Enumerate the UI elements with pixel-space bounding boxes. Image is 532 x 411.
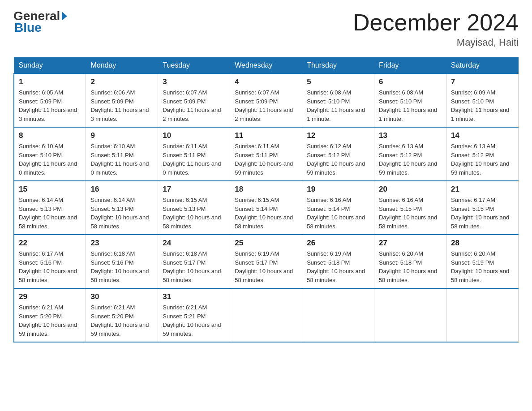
day-info: Sunrise: 6:06 AMSunset: 5:09 PMDaylight:… [90,88,153,123]
calendar-cell: 28Sunrise: 6:20 AMSunset: 5:19 PMDayligh… [446,235,519,288]
header-day-saturday: Saturday [446,58,519,74]
calendar-cell: 2Sunrise: 6:06 AMSunset: 5:09 PMDaylight… [86,73,158,127]
calendar-cell: 7Sunrise: 6:09 AMSunset: 5:10 PMDaylight… [446,73,519,127]
calendar-cell: 15Sunrise: 6:14 AMSunset: 5:13 PMDayligh… [14,181,86,235]
day-info: Sunrise: 6:08 AMSunset: 5:10 PMDaylight:… [307,88,369,123]
day-info: Sunrise: 6:20 AMSunset: 5:19 PMDaylight:… [451,249,514,284]
calendar-cell [302,288,374,342]
calendar-cell: 14Sunrise: 6:13 AMSunset: 5:12 PMDayligh… [446,127,519,181]
day-info: Sunrise: 6:08 AMSunset: 5:10 PMDaylight:… [379,88,442,123]
calendar-cell: 18Sunrise: 6:15 AMSunset: 5:14 PMDayligh… [230,181,302,235]
day-number: 9 [90,131,153,140]
calendar-cell: 4Sunrise: 6:07 AMSunset: 5:09 PMDaylight… [230,73,302,127]
day-number: 11 [235,131,297,140]
day-info: Sunrise: 6:21 AMSunset: 5:21 PMDaylight:… [163,303,225,338]
day-number: 21 [451,185,514,194]
day-number: 12 [307,131,369,140]
header-day-monday: Monday [86,58,158,74]
calendar-cell: 30Sunrise: 6:21 AMSunset: 5:20 PMDayligh… [86,288,158,342]
page-header: General Blue December 2024 Mayisad, Hait… [13,9,519,48]
calendar-cell: 8Sunrise: 6:10 AMSunset: 5:10 PMDaylight… [14,127,86,181]
week-row-3: 15Sunrise: 6:14 AMSunset: 5:13 PMDayligh… [14,181,519,235]
day-info: Sunrise: 6:11 AMSunset: 5:11 PMDaylight:… [235,142,297,177]
day-info: Sunrise: 6:17 AMSunset: 5:15 PMDaylight:… [451,196,514,231]
day-number: 18 [235,185,297,194]
calendar-cell: 31Sunrise: 6:21 AMSunset: 5:21 PMDayligh… [158,288,230,342]
day-info: Sunrise: 6:16 AMSunset: 5:15 PMDaylight:… [379,196,442,231]
calendar-cell: 27Sunrise: 6:20 AMSunset: 5:18 PMDayligh… [374,235,446,288]
month-title: December 2024 [353,9,519,36]
day-info: Sunrise: 6:12 AMSunset: 5:12 PMDaylight:… [307,142,369,177]
day-number: 7 [451,77,514,86]
calendar-cell [446,288,519,342]
day-number: 19 [307,185,369,194]
day-number: 3 [163,77,225,86]
day-number: 14 [451,131,514,140]
calendar-table: SundayMondayTuesdayWednesdayThursdayFrid… [13,57,519,342]
day-number: 23 [90,239,153,248]
day-number: 1 [19,77,81,86]
calendar-cell: 9Sunrise: 6:10 AMSunset: 5:11 PMDaylight… [86,127,158,181]
calendar-cell: 26Sunrise: 6:19 AMSunset: 5:18 PMDayligh… [302,235,374,288]
calendar-cell: 12Sunrise: 6:12 AMSunset: 5:12 PMDayligh… [302,127,374,181]
day-number: 28 [451,239,514,248]
day-info: Sunrise: 6:15 AMSunset: 5:13 PMDaylight:… [163,196,225,231]
calendar-cell: 11Sunrise: 6:11 AMSunset: 5:11 PMDayligh… [230,127,302,181]
week-row-5: 29Sunrise: 6:21 AMSunset: 5:20 PMDayligh… [14,288,519,342]
day-number: 24 [163,239,225,248]
calendar-cell [374,288,446,342]
day-info: Sunrise: 6:21 AMSunset: 5:20 PMDaylight:… [19,303,81,338]
day-number: 15 [19,185,81,194]
header-row: SundayMondayTuesdayWednesdayThursdayFrid… [14,58,519,74]
day-info: Sunrise: 6:17 AMSunset: 5:16 PMDaylight:… [19,249,81,284]
calendar-header: SundayMondayTuesdayWednesdayThursdayFrid… [14,58,519,74]
header-day-thursday: Thursday [302,58,374,74]
week-row-1: 1Sunrise: 6:05 AMSunset: 5:09 PMDaylight… [14,73,519,127]
calendar-cell: 1Sunrise: 6:05 AMSunset: 5:09 PMDaylight… [14,73,86,127]
day-number: 8 [19,131,81,140]
day-info: Sunrise: 6:14 AMSunset: 5:13 PMDaylight:… [19,196,81,231]
day-number: 4 [235,77,297,86]
title-section: December 2024 Mayisad, Haiti [353,9,519,48]
day-info: Sunrise: 6:19 AMSunset: 5:17 PMDaylight:… [235,249,297,284]
day-number: 10 [163,131,225,140]
day-number: 20 [379,185,442,194]
location-label: Mayisad, Haiti [353,37,519,48]
day-info: Sunrise: 6:16 AMSunset: 5:14 PMDaylight:… [307,196,369,231]
day-info: Sunrise: 6:14 AMSunset: 5:13 PMDaylight:… [90,196,153,231]
calendar-cell [230,288,302,342]
day-info: Sunrise: 6:09 AMSunset: 5:10 PMDaylight:… [451,88,514,123]
day-info: Sunrise: 6:18 AMSunset: 5:16 PMDaylight:… [90,249,153,284]
day-number: 31 [163,292,225,301]
day-info: Sunrise: 6:10 AMSunset: 5:10 PMDaylight:… [19,142,81,177]
day-number: 29 [19,292,81,301]
day-info: Sunrise: 6:11 AMSunset: 5:11 PMDaylight:… [163,142,225,177]
day-info: Sunrise: 6:13 AMSunset: 5:12 PMDaylight:… [379,142,442,177]
logo-arrow-icon [62,12,67,21]
week-row-4: 22Sunrise: 6:17 AMSunset: 5:16 PMDayligh… [14,235,519,288]
day-number: 16 [90,185,153,194]
day-number: 25 [235,239,297,248]
header-day-sunday: Sunday [14,58,86,74]
day-number: 5 [307,77,369,86]
day-info: Sunrise: 6:07 AMSunset: 5:09 PMDaylight:… [163,88,225,123]
day-info: Sunrise: 6:15 AMSunset: 5:14 PMDaylight:… [235,196,297,231]
calendar-cell: 22Sunrise: 6:17 AMSunset: 5:16 PMDayligh… [14,235,86,288]
day-number: 17 [163,185,225,194]
day-info: Sunrise: 6:13 AMSunset: 5:12 PMDaylight:… [451,142,514,177]
calendar-cell: 19Sunrise: 6:16 AMSunset: 5:14 PMDayligh… [302,181,374,235]
day-info: Sunrise: 6:05 AMSunset: 5:09 PMDaylight:… [19,88,81,123]
calendar-cell: 21Sunrise: 6:17 AMSunset: 5:15 PMDayligh… [446,181,519,235]
day-number: 6 [379,77,442,86]
calendar-cell: 5Sunrise: 6:08 AMSunset: 5:10 PMDaylight… [302,73,374,127]
header-day-wednesday: Wednesday [230,58,302,74]
day-number: 22 [19,239,81,248]
calendar-cell: 29Sunrise: 6:21 AMSunset: 5:20 PMDayligh… [14,288,86,342]
day-number: 27 [379,239,442,248]
calendar-cell: 3Sunrise: 6:07 AMSunset: 5:09 PMDaylight… [158,73,230,127]
calendar-cell: 17Sunrise: 6:15 AMSunset: 5:13 PMDayligh… [158,181,230,235]
day-info: Sunrise: 6:19 AMSunset: 5:18 PMDaylight:… [307,249,369,284]
calendar-cell: 24Sunrise: 6:18 AMSunset: 5:17 PMDayligh… [158,235,230,288]
day-number: 30 [90,292,153,301]
calendar-cell: 10Sunrise: 6:11 AMSunset: 5:11 PMDayligh… [158,127,230,181]
